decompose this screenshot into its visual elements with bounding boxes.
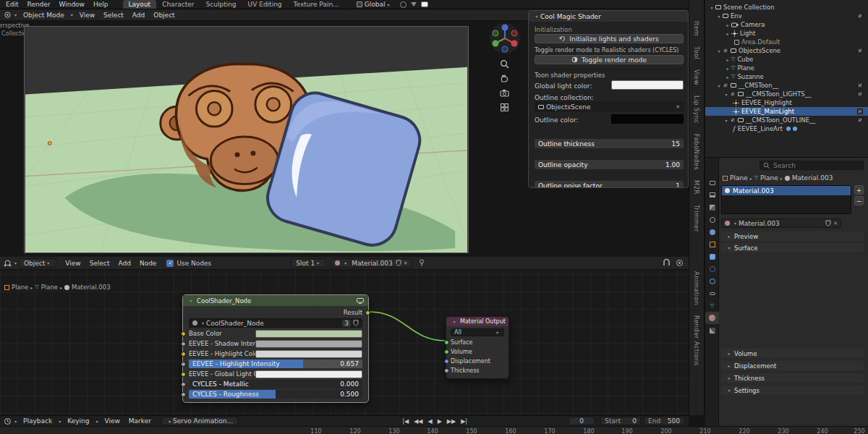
node-header[interactable]: ▾ CoolShader_Node xyxy=(183,295,368,306)
expander-icon[interactable]: ▸ xyxy=(724,22,731,27)
fake-user-shield-icon[interactable] xyxy=(396,260,401,266)
section-surface[interactable]: ▾Surface xyxy=(721,243,864,252)
clear-icon[interactable]: ✕ xyxy=(676,104,680,110)
material-slot-selected[interactable]: Material.003 xyxy=(722,186,851,195)
input-socket[interactable] xyxy=(181,341,186,346)
outliner-row[interactable]: EEVEE_Highlight xyxy=(705,98,868,107)
tab-m2r[interactable]: M2R xyxy=(693,180,700,195)
expander-icon[interactable]: ▾ xyxy=(723,92,730,97)
input-socket[interactable] xyxy=(181,392,186,397)
expander-icon[interactable]: ▾ xyxy=(723,118,730,123)
node-input-row[interactable]: EEVEE - Global Light Color xyxy=(189,370,362,378)
properties-tab-constraints[interactable] xyxy=(705,287,719,299)
node-coolshader[interactable]: ▾ CoolShader_Node Result ▾ CoolShader_No… xyxy=(182,294,369,403)
collection-checkbox[interactable]: ✓ xyxy=(730,91,736,97)
properties-tab-scene[interactable] xyxy=(705,213,719,226)
node-input-row[interactable]: EEVEE - Shadow Intensity xyxy=(189,339,362,348)
properties-tab-data[interactable]: ▽ xyxy=(705,299,719,312)
properties-tab-texture[interactable] xyxy=(705,324,719,336)
properties-tab-modifiers[interactable] xyxy=(705,250,719,263)
properties-tab-material[interactable] xyxy=(705,312,719,324)
properties-tab-physics[interactable] xyxy=(705,275,719,287)
section-displacement[interactable]: ▸Displacement xyxy=(721,361,864,370)
visibility-checkbox[interactable]: ✓ xyxy=(857,82,863,88)
outline-noise-factor-field[interactable]: Outline noise factor1 xyxy=(535,181,684,188)
menu-add[interactable]: Add xyxy=(128,12,149,19)
menu-select[interactable]: Select xyxy=(99,12,128,19)
input-socket[interactable] xyxy=(181,362,186,367)
outliner-row[interactable]: ▸ Light xyxy=(705,29,868,38)
input-socket[interactable] xyxy=(181,352,186,357)
outliner-row[interactable]: ▸▽ Suzanne xyxy=(705,72,868,81)
toggle-render-mode-button[interactable]: Toggle render mode xyxy=(535,55,684,64)
collection-checkbox[interactable]: ✓ xyxy=(730,117,736,123)
menu-marker[interactable]: Marker xyxy=(124,417,156,425)
color-swatch[interactable] xyxy=(255,330,362,338)
metallic-slider[interactable]: CYCLES - Metallic 0.000 xyxy=(189,380,362,388)
frame-end-field[interactable]: End500 xyxy=(644,417,684,425)
visibility-checkbox[interactable]: ✓ xyxy=(857,48,863,54)
node-input-row[interactable]: CYCLES - Metallic 0.000 xyxy=(189,380,362,388)
input-socket[interactable] xyxy=(444,340,449,345)
navigation-gizmo[interactable] xyxy=(489,22,521,54)
menu-help[interactable]: Help xyxy=(89,1,113,8)
fake-user-shield-icon[interactable] xyxy=(353,320,359,326)
zoom-icon[interactable] xyxy=(499,59,509,69)
outliner-row[interactable]: ▾ Scene Collection xyxy=(705,3,868,12)
menu-view[interactable]: View xyxy=(75,12,99,19)
outliner-row[interactable]: ▾ ✓ __CMSToon_OUTLINE__ ✓ xyxy=(705,116,868,124)
node-header[interactable]: ▾ Material Output xyxy=(446,317,509,326)
highlight-intensity-slider[interactable]: EEVEE - Highlight Intensity 0.657 xyxy=(189,359,362,368)
properties-tab-render[interactable] xyxy=(705,176,719,189)
node-input-row[interactable]: Surface xyxy=(451,339,504,346)
unlink-icon[interactable]: ✕ xyxy=(404,260,408,266)
node-input-row[interactable]: EEVEE - Highlight Color xyxy=(189,349,362,358)
editor-type-icon[interactable] xyxy=(2,258,12,268)
menu-keying[interactable]: Keying xyxy=(63,417,93,425)
timeline-ruler[interactable]: 110 120 130 140 150 160 170 180 190 200 … xyxy=(0,426,868,434)
breadcrumb-material[interactable]: Material.003 xyxy=(792,174,833,182)
overlays-icon[interactable] xyxy=(674,258,684,268)
input-socket[interactable] xyxy=(444,368,449,373)
current-frame-field[interactable]: 0 xyxy=(569,417,595,425)
expander-icon[interactable]: ▸ xyxy=(724,31,731,36)
constraint-icon[interactable] xyxy=(793,127,797,131)
workspace-tab-layout[interactable]: Layout xyxy=(123,0,157,9)
collection-checkbox[interactable]: ✓ xyxy=(723,48,728,54)
collapse-icon[interactable]: ▾ xyxy=(451,319,458,324)
next-keyframe-button[interactable]: ▶▶ xyxy=(447,418,456,425)
breadcrumb-object[interactable]: Plane xyxy=(730,174,748,182)
node-material-output[interactable]: ▾ Material Output All▾ Surface Volume Di… xyxy=(446,316,509,379)
section-volume[interactable]: ▸Volume xyxy=(721,349,864,358)
play-button[interactable]: ▶ xyxy=(438,418,442,425)
expander-icon[interactable]: ▾ xyxy=(715,14,723,19)
filter-icon[interactable] xyxy=(411,2,417,7)
section-preview[interactable]: ▸Preview xyxy=(721,231,864,241)
workspace-tab-uv-editing[interactable]: UV Editing xyxy=(242,0,288,9)
section-settings[interactable]: ▾Settings xyxy=(721,386,864,395)
workspace-tab-texture-paint[interactable]: Texture Pain... xyxy=(288,0,345,9)
pin-icon[interactable] xyxy=(417,258,427,268)
menu-view[interactable]: View xyxy=(100,417,124,425)
node-group-datablock[interactable]: ▾ CoolShader_Node 3 xyxy=(189,318,362,328)
visibility-checkbox[interactable]: ✓ xyxy=(857,91,863,97)
menu-window[interactable]: Window xyxy=(54,1,89,8)
outliner-row[interactable]: ʃ EEVEE_LineArt xyxy=(705,124,868,133)
display-icon[interactable] xyxy=(357,298,364,304)
expander-icon[interactable]: ▸ xyxy=(724,66,731,71)
properties-tab-object[interactable] xyxy=(705,238,719,250)
outline-thickness-field[interactable]: Outline thickness15 xyxy=(535,139,684,148)
expander-icon[interactable]: ▾ xyxy=(708,5,715,10)
node-input-row[interactable]: CYCLES - Roughness 0.500 xyxy=(189,390,362,399)
menu-object[interactable]: Object xyxy=(149,12,179,19)
visibility-checkbox[interactable]: ✓ xyxy=(857,117,863,123)
menu-view[interactable]: View xyxy=(61,260,85,267)
breadcrumb-data[interactable]: Plane xyxy=(760,174,778,182)
outliner-row[interactable]: ▸▽ Plane xyxy=(705,64,868,72)
workspace-tab-character[interactable]: Character xyxy=(156,0,200,9)
node-input-row[interactable]: Volume xyxy=(451,348,504,356)
remove-slot-button[interactable]: − xyxy=(854,196,864,205)
collapse-icon[interactable]: ▾ xyxy=(187,298,195,303)
node-input-row[interactable]: Base Color xyxy=(189,329,362,338)
pan-hand-icon[interactable] xyxy=(499,73,509,83)
